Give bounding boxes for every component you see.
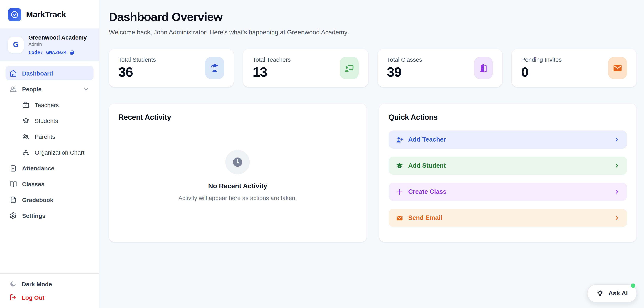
org-name: Greenwood Academy: [28, 34, 86, 41]
sidebar-item-label: Organization Chart: [35, 149, 84, 156]
clock-icon: [226, 150, 250, 174]
org-code-label: Code:: [28, 49, 43, 55]
user-plus-icon: [396, 136, 403, 143]
quick-actions-title: Quick Actions: [388, 113, 627, 122]
sidebar-item-settings[interactable]: Settings: [6, 208, 94, 223]
stat-card-total-teachers: Total Teachers 13: [243, 49, 368, 87]
recent-activity-empty-state: No Recent Activity Activity will appear …: [118, 122, 357, 229]
sidebar-item-students[interactable]: Students: [18, 113, 94, 128]
sidebar-item-label: Students: [35, 117, 58, 124]
stat-value: 36: [118, 64, 156, 80]
sidebar-item-dashboard[interactable]: Dashboard: [6, 66, 94, 80]
page-subtitle: Welcome back, John Administrator! Here's…: [109, 29, 636, 36]
sidebar-nav: Dashboard People Teachers: [0, 61, 99, 273]
clipboard-check-icon: [10, 164, 17, 172]
empty-state-subtitle: Activity will appear here as actions are…: [178, 195, 297, 201]
quick-action-label: Add Student: [408, 162, 446, 169]
dark-mode-label: Dark Mode: [22, 280, 52, 287]
plus-icon: [396, 188, 403, 196]
chevron-right-icon: [614, 215, 620, 221]
lightbulb-icon: [596, 289, 604, 297]
stat-value: 0: [521, 64, 562, 80]
gear-icon: [10, 212, 17, 219]
sidebar-footer: Dark Mode Log Out: [0, 273, 99, 308]
add-teacher-button[interactable]: Add Teacher: [388, 130, 627, 149]
copy-icon[interactable]: [70, 50, 75, 55]
sidebar-item-people[interactable]: People: [6, 82, 94, 96]
chevron-right-icon: [614, 189, 620, 195]
org-avatar: G: [8, 37, 24, 53]
home-icon: [10, 69, 17, 77]
recent-activity-panel: Recent Activity No Recent Activity Activ…: [109, 104, 366, 242]
page-title: Dashboard Overview: [109, 10, 636, 24]
app-title: MarkTrack: [26, 10, 66, 19]
recent-activity-title: Recent Activity: [118, 113, 357, 122]
logo-check-icon: [8, 8, 21, 21]
send-email-button[interactable]: Send Email: [388, 209, 627, 227]
sidebar-item-gradebook[interactable]: Gradebook: [6, 193, 94, 207]
book-open-icon: [10, 180, 17, 188]
moon-icon: [10, 280, 16, 287]
sidebar-item-parents[interactable]: Parents: [18, 129, 94, 143]
briefcase-icon: [22, 101, 30, 108]
sidebar-item-label: People: [22, 86, 42, 92]
stat-card-total-students: Total Students 36: [109, 49, 234, 87]
dark-mode-toggle[interactable]: Dark Mode: [6, 277, 94, 291]
graduation-cap-icon: [396, 162, 403, 170]
log-out-label: Log Out: [22, 294, 44, 301]
quick-action-label: Create Class: [408, 188, 446, 195]
chevron-right-icon: [614, 136, 620, 143]
sidebar-item-teachers[interactable]: Teachers: [18, 98, 94, 112]
org-code-value: GWA2024: [46, 49, 67, 55]
quick-action-label: Send Email: [408, 214, 442, 221]
stat-card-total-classes: Total Classes 39: [378, 49, 502, 87]
app-logo: MarkTrack: [0, 0, 99, 29]
stat-label: Total Classes: [387, 56, 422, 63]
stat-value: 13: [253, 64, 291, 80]
sidebar-item-label: Classes: [22, 181, 44, 187]
org-role: Admin: [28, 42, 86, 47]
stat-label: Total Teachers: [253, 56, 291, 63]
org-chart-icon: [22, 148, 30, 156]
main-content: Dashboard Overview Welcome back, John Ad…: [100, 0, 644, 308]
online-status-dot: [631, 283, 635, 288]
quick-actions-list: Add Teacher Add Student: [388, 130, 627, 227]
quick-action-label: Add Teacher: [408, 136, 446, 143]
dashboard-panels: Recent Activity No Recent Activity Activ…: [109, 104, 636, 242]
stat-value: 39: [387, 64, 422, 80]
organization-card[interactable]: G Greenwood Academy Admin Code: GWA2024: [0, 29, 99, 61]
student-icon: [206, 57, 224, 79]
stat-label: Total Students: [118, 56, 156, 63]
create-class-button[interactable]: Create Class: [388, 183, 627, 201]
empty-state-title: No Recent Activity: [208, 182, 267, 190]
mail-icon: [396, 214, 403, 222]
sidebar-item-label: Settings: [22, 212, 46, 219]
sidebar-item-classes[interactable]: Classes: [6, 177, 94, 191]
sidebar-item-attendance[interactable]: Attendance: [6, 161, 94, 175]
ask-ai-label: Ask AI: [608, 290, 628, 297]
add-student-button[interactable]: Add Student: [388, 157, 627, 175]
sidebar-item-label: Dashboard: [22, 70, 53, 77]
sidebar-item-label: Teachers: [35, 101, 59, 108]
app-window: MarkTrack G Greenwood Academy Admin Code…: [0, 0, 644, 308]
sidebar-item-label: Gradebook: [22, 196, 53, 203]
chevron-right-icon: [614, 163, 620, 169]
door-open-icon: [474, 57, 493, 79]
users-icon: [10, 85, 17, 93]
logout-icon: [10, 294, 16, 301]
log-out-button[interactable]: Log Out: [6, 291, 94, 304]
mail-icon: [608, 57, 627, 79]
sidebar-item-label: Parents: [35, 133, 55, 140]
file-text-icon: [10, 196, 17, 203]
graduation-cap-icon: [22, 117, 30, 124]
sidebar: MarkTrack G Greenwood Academy Admin Code…: [0, 0, 100, 308]
stats-row: Total Students 36 Total Teachers 13: [109, 49, 636, 87]
stat-card-pending-invites: Pending Invites 0: [512, 49, 637, 87]
chevron-down-icon[interactable]: [82, 85, 90, 93]
ask-ai-button[interactable]: Ask AI: [587, 284, 637, 302]
quick-actions-panel: Quick Actions Add Teacher: [379, 104, 636, 242]
sidebar-item-organization-chart[interactable]: Organization Chart: [18, 145, 94, 159]
family-icon: [22, 133, 30, 140]
stat-label: Pending Invites: [521, 56, 562, 63]
org-code: Code: GWA2024: [28, 49, 86, 55]
